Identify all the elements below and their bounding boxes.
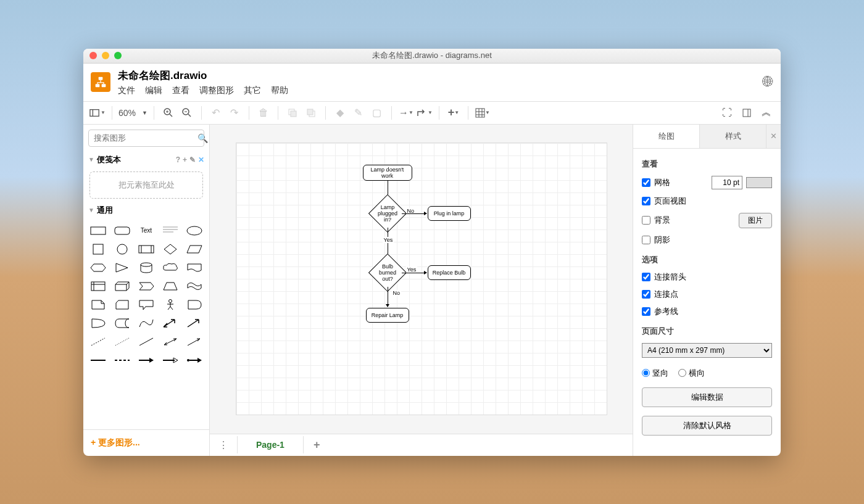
shape-bidir-line-arrow[interactable] <box>160 334 180 349</box>
shape-tape[interactable] <box>184 279 204 294</box>
shadow-checkbox[interactable] <box>642 236 650 244</box>
tab-diagram[interactable]: 绘图 <box>633 125 699 148</box>
fullscreen-button[interactable]: ⛶ <box>719 105 735 121</box>
flow-node-repair[interactable]: Repair Lamp <box>366 308 409 323</box>
connection-button[interactable]: →▼ <box>398 105 414 121</box>
shape-line-arrow[interactable] <box>184 334 204 349</box>
shape-arrow[interactable] <box>184 316 204 331</box>
redo-button[interactable]: ↷ <box>226 105 243 121</box>
menu-edit[interactable]: 编辑 <box>145 85 162 96</box>
flow-node-replace[interactable]: Replace Bulb <box>428 265 471 280</box>
zoom-out-button[interactable] <box>179 105 195 121</box>
flow-node-plug[interactable]: Plug in lamp <box>428 206 471 221</box>
shape-cloud[interactable] <box>160 260 180 275</box>
shape-curve[interactable] <box>136 316 157 331</box>
shape-search[interactable]: 🔍 <box>88 130 204 147</box>
shape-actor[interactable] <box>160 297 180 312</box>
image-button[interactable]: 图片 <box>739 213 772 228</box>
undo-button[interactable]: ↶ <box>208 105 224 121</box>
shape-callout[interactable] <box>136 297 157 312</box>
shape-cube[interactable] <box>112 279 133 294</box>
waypoint-button[interactable]: ▼ <box>417 105 433 121</box>
page-canvas[interactable]: Lamp doesn't work Lamp plugged in? No Pl… <box>236 143 607 415</box>
shape-hline[interactable] <box>88 353 109 368</box>
close-icon[interactable]: ✕ <box>198 155 204 164</box>
shape-process[interactable] <box>136 242 157 257</box>
shape-text[interactable]: Text <box>136 223 157 238</box>
language-icon[interactable]: 🌐︎ <box>762 76 773 89</box>
edit-icon[interactable]: ✎ <box>189 155 196 164</box>
help-icon[interactable]: ? <box>176 155 180 164</box>
close-window-button[interactable] <box>89 52 97 59</box>
insert-button[interactable]: +▼ <box>446 105 462 121</box>
shape-and[interactable] <box>88 316 109 331</box>
shape-ellipse[interactable] <box>184 223 204 238</box>
fill-color-button[interactable]: ◆ <box>332 105 348 121</box>
search-icon[interactable]: 🔍 <box>197 133 208 143</box>
page-tab-1[interactable]: Page-1 <box>237 436 304 453</box>
shape-card[interactable] <box>112 297 133 312</box>
shape-bidir-arrow[interactable] <box>160 316 180 331</box>
menu-arrange[interactable]: 调整图形 <box>199 85 234 96</box>
menu-extras[interactable]: 其它 <box>244 85 261 96</box>
shape-textblock[interactable] <box>160 223 180 238</box>
shape-cylinder[interactable] <box>136 260 157 275</box>
to-back-button[interactable] <box>303 105 319 121</box>
shape-trapezoid[interactable] <box>160 279 180 294</box>
format-panel-button[interactable] <box>739 105 755 121</box>
scratchpad-header[interactable]: ▼ 便笺本 ? + ✎ ✕ <box>83 152 209 168</box>
background-checkbox[interactable] <box>642 216 650 225</box>
page-menu-button[interactable]: ⋮ <box>215 439 232 451</box>
add-page-button[interactable]: + <box>309 439 325 452</box>
add-icon[interactable]: + <box>183 155 187 164</box>
delete-button[interactable]: 🗑 <box>255 105 272 121</box>
shape-parallelogram[interactable] <box>184 242 204 257</box>
scratchpad-dropzone[interactable]: 把元素拖至此处 <box>89 171 203 199</box>
general-shapes-header[interactable]: ▼ 通用 <box>83 202 209 218</box>
canvas[interactable]: Lamp doesn't work Lamp plugged in? No Pl… <box>210 125 633 434</box>
tab-style[interactable]: 样式 <box>699 125 766 148</box>
line-color-button[interactable]: ✎ <box>351 105 367 121</box>
shape-step[interactable] <box>136 279 157 294</box>
shape-triangle[interactable] <box>112 260 133 275</box>
shape-internal-storage[interactable] <box>88 279 109 294</box>
shape-square[interactable] <box>88 242 109 257</box>
shape-dashed-hline[interactable] <box>112 353 133 368</box>
menu-file[interactable]: 文件 <box>118 85 135 96</box>
shape-dotted-line[interactable] <box>112 334 133 349</box>
flow-node-decision1[interactable]: Lamp plugged in? <box>368 194 406 232</box>
page-view-checkbox[interactable] <box>642 197 650 205</box>
maximize-window-button[interactable] <box>114 52 122 59</box>
shape-arrow-thick[interactable] <box>136 353 157 368</box>
shape-line[interactable] <box>136 334 157 349</box>
shape-datastore[interactable] <box>112 316 133 331</box>
conn-arrows-checkbox[interactable] <box>642 273 650 281</box>
grid-color-swatch[interactable] <box>746 177 772 188</box>
shape-document[interactable] <box>184 260 204 275</box>
shape-hexagon[interactable] <box>88 260 109 275</box>
landscape-radio[interactable] <box>678 369 686 377</box>
table-button[interactable]: ▼ <box>475 105 491 121</box>
shape-circle[interactable] <box>112 242 133 257</box>
shape-diamond[interactable] <box>160 242 180 257</box>
conn-points-checkbox[interactable] <box>642 290 650 299</box>
grid-size-input[interactable] <box>712 176 742 189</box>
to-front-button[interactable] <box>285 105 301 121</box>
close-panel-button[interactable]: ✕ <box>766 125 781 148</box>
shape-connector[interactable] <box>184 353 204 368</box>
edit-data-button[interactable]: 编辑数据 <box>642 387 772 407</box>
shape-arrow-outline[interactable] <box>160 353 180 368</box>
clear-style-button[interactable]: 清除默认风格 <box>642 416 772 436</box>
page-size-select[interactable]: A4 (210 mm x 297 mm) <box>642 343 772 358</box>
more-shapes-button[interactable]: + 更多图形... <box>83 429 209 456</box>
zoom-dropdown[interactable]: 60%▼ <box>118 108 147 118</box>
search-input[interactable] <box>94 133 197 143</box>
flow-node-start[interactable]: Lamp doesn't work <box>363 165 412 181</box>
menu-view[interactable]: 查看 <box>172 85 189 96</box>
shape-or[interactable] <box>184 297 204 312</box>
shape-note[interactable] <box>88 297 109 312</box>
shadow-button[interactable]: ▢ <box>369 105 385 121</box>
shape-rect[interactable] <box>88 223 109 238</box>
shape-dashed-line[interactable] <box>88 334 109 349</box>
shape-rounded-rect[interactable] <box>112 223 133 238</box>
